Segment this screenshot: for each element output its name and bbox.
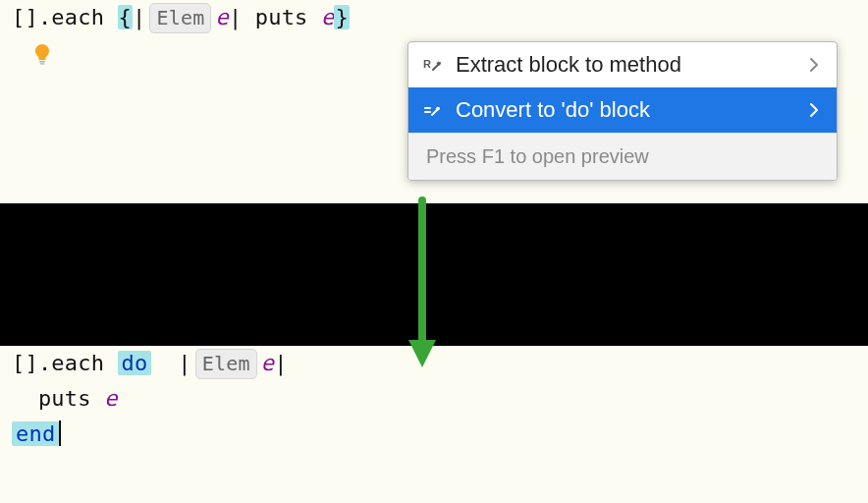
- code-line-before[interactable]: [].each {|Eleme| puts e}: [0, 0, 868, 35]
- each-call: .each: [38, 5, 118, 29]
- pipe-close: |: [229, 5, 242, 29]
- refactor-icon: R: [422, 54, 444, 76]
- chevron-right-icon: [809, 102, 823, 118]
- do-keyword: do: [118, 351, 152, 375]
- puts-arg: e: [321, 5, 334, 29]
- intention-bulb-icon[interactable]: [29, 41, 55, 67]
- bracket-literal: []: [12, 351, 38, 375]
- code-line-after-1[interactable]: [].each do |Eleme|: [0, 346, 868, 381]
- text-caret: [59, 420, 61, 446]
- editor-before[interactable]: [].each {|Eleme| puts e} R Extract block…: [0, 0, 868, 203]
- code-line-after-2[interactable]: puts e: [0, 381, 868, 417]
- menu-footer-hint: Press F1 to open preview: [408, 133, 837, 180]
- each-call: .each: [38, 351, 118, 375]
- param-type-hint: Elem: [149, 3, 211, 33]
- pipe-open: |: [133, 5, 145, 29]
- svg-text:R: R: [423, 58, 431, 70]
- chevron-right-icon: [809, 57, 823, 73]
- pipe-open: |: [178, 351, 190, 375]
- block-param: e: [215, 5, 228, 29]
- intention-menu: R Extract block to method Convert to 'do…: [407, 41, 838, 181]
- end-keyword: end: [12, 421, 59, 446]
- menu-item-convert-do[interactable]: Convert to 'do' block: [408, 87, 837, 133]
- block-param: e: [261, 351, 274, 375]
- editor-after[interactable]: [].each do |Eleme| puts e end: [0, 346, 868, 503]
- puts-arg: e: [104, 386, 117, 411]
- space: [151, 351, 178, 375]
- menu-item-label: Convert to 'do' block: [456, 97, 797, 123]
- menu-item-label: Extract block to method: [456, 52, 797, 78]
- code-line-after-3[interactable]: end: [0, 417, 868, 452]
- param-type-hint: Elem: [195, 349, 257, 379]
- edit-icon: [422, 99, 444, 121]
- brace-open: {: [118, 5, 133, 29]
- brace-close: }: [334, 5, 349, 29]
- svg-rect-1: [40, 63, 45, 64]
- indent: [12, 386, 38, 411]
- menu-item-extract-block[interactable]: R Extract block to method: [408, 42, 837, 87]
- separator-gap: [0, 203, 868, 346]
- pipe-close: |: [274, 351, 287, 375]
- puts-call: puts: [242, 5, 321, 29]
- svg-rect-0: [39, 61, 45, 63]
- bracket-literal: []: [12, 5, 38, 29]
- puts-call: puts: [38, 386, 104, 411]
